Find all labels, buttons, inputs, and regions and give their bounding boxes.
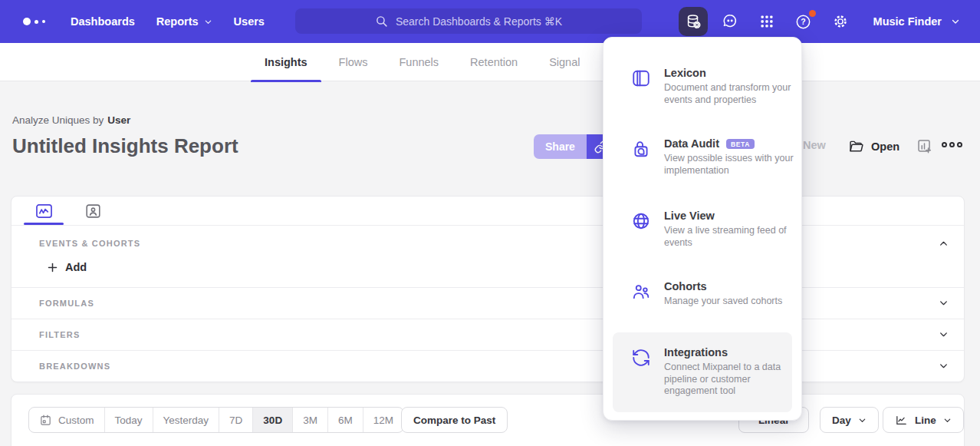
feedback-button[interactable] bbox=[715, 7, 745, 36]
range-today[interactable]: Today bbox=[104, 408, 153, 432]
nav-reports[interactable]: Reports bbox=[146, 0, 223, 43]
gear-icon bbox=[832, 13, 849, 30]
interval-label: Day bbox=[832, 415, 851, 426]
formulas-header: FORMULAS bbox=[39, 299, 94, 308]
mixpanel-logo[interactable] bbox=[23, 18, 57, 25]
open-report-button[interactable]: Open bbox=[848, 138, 899, 154]
tab-users-view[interactable] bbox=[73, 197, 113, 225]
range-7d[interactable]: 7D bbox=[219, 408, 252, 432]
apps-grid-button[interactable] bbox=[752, 7, 781, 36]
share-label: Share bbox=[545, 140, 575, 153]
data-management-button[interactable] bbox=[679, 7, 708, 36]
subtitle-prefix: Analyze Uniques by bbox=[12, 114, 104, 126]
chart-toolbar-card: Custom Today Yesterday 7D 30D 3M 6M 12M … bbox=[11, 394, 965, 446]
menu-item-live-view[interactable]: Live View View a live streaming feed of … bbox=[613, 202, 792, 256]
search-placeholder: Search Dashboards & Reports ⌘K bbox=[396, 15, 562, 28]
chevron-down-icon bbox=[204, 18, 212, 26]
tab-label: Insights bbox=[265, 56, 307, 68]
menu-item-lexicon[interactable]: Lexicon Document and transform your even… bbox=[613, 59, 792, 114]
database-gear-icon bbox=[685, 13, 702, 30]
range-custom[interactable]: Custom bbox=[29, 408, 104, 432]
add-label: Add bbox=[65, 261, 87, 273]
range-3m[interactable]: 3M bbox=[292, 408, 327, 432]
project-switcher[interactable]: Music Finder bbox=[873, 15, 960, 28]
tab-events-view[interactable] bbox=[24, 197, 64, 225]
calendar-icon bbox=[39, 414, 52, 427]
report-actions: Share New Open bbox=[0, 134, 980, 159]
nav-users-label: Users bbox=[234, 15, 265, 28]
notification-dot bbox=[809, 10, 816, 17]
compare-label: Compare to Past bbox=[413, 415, 495, 426]
tab-flows[interactable]: Flows bbox=[325, 43, 382, 81]
section-breakdowns[interactable]: BREAKDOWNS bbox=[12, 350, 964, 382]
tab-label: Retention bbox=[470, 56, 518, 68]
range-label: 7D bbox=[229, 415, 242, 426]
chart-type-select[interactable]: Line bbox=[883, 407, 964, 433]
chart-events-icon bbox=[35, 203, 53, 219]
add-to-dashboard-button[interactable] bbox=[916, 138, 932, 154]
interval-select[interactable]: Day bbox=[820, 407, 879, 433]
nav-links: Dashboards Reports Users bbox=[60, 0, 275, 43]
date-range-control: Custom Today Yesterday 7D 30D 3M 6M 12M bbox=[28, 407, 404, 433]
range-label: 3M bbox=[303, 415, 317, 426]
menu-item-cohorts[interactable]: Cohorts Manage your saved cohorts bbox=[613, 273, 792, 316]
nav-reports-label: Reports bbox=[156, 15, 199, 28]
chevron-down-icon bbox=[943, 416, 952, 425]
tab-funnels[interactable]: Funnels bbox=[385, 43, 452, 81]
range-label: Yesterday bbox=[163, 415, 209, 426]
chevron-down-icon[interactable] bbox=[939, 329, 949, 339]
menu-item-title: Cohorts bbox=[664, 280, 707, 292]
range-label: 30D bbox=[263, 415, 282, 426]
chart-type-label: Line bbox=[915, 415, 936, 426]
more-options-button[interactable] bbox=[942, 142, 962, 147]
subtitle-entity[interactable]: User bbox=[107, 114, 130, 126]
top-navbar: Dashboards Reports Users Search Dashboar… bbox=[0, 0, 980, 43]
range-label: Today bbox=[115, 415, 143, 426]
range-6m[interactable]: 6M bbox=[327, 408, 363, 432]
menu-item-description: Manage your saved cohorts bbox=[664, 296, 798, 308]
menu-item-title: Data Audit bbox=[664, 137, 719, 150]
nav-users[interactable]: Users bbox=[223, 0, 275, 43]
svg-text:?: ? bbox=[801, 17, 805, 26]
section-filters[interactable]: FILTERS bbox=[12, 319, 964, 350]
range-label: 12M bbox=[373, 415, 393, 426]
more-dot bbox=[949, 142, 955, 147]
chevron-down-icon[interactable] bbox=[939, 361, 949, 371]
range-30d[interactable]: 30D bbox=[252, 408, 292, 432]
settings-button[interactable] bbox=[826, 7, 855, 36]
menu-item-integrations[interactable]: Integrations Connect Mixpanel to a data … bbox=[613, 332, 792, 412]
more-dot bbox=[957, 142, 962, 147]
section-events-cohorts[interactable]: EVENTS & COHORTS bbox=[12, 225, 964, 262]
globe-icon bbox=[631, 211, 651, 231]
breakdowns-header: BREAKDOWNS bbox=[39, 362, 110, 371]
nav-dashboards-label: Dashboards bbox=[71, 15, 135, 28]
menu-item-description: Connect Mixpanel to a data pipeline or c… bbox=[664, 362, 798, 398]
report-subtitle: Analyze Uniques byUser bbox=[12, 114, 130, 126]
add-event-button[interactable]: Add bbox=[47, 261, 87, 273]
tab-retention[interactable]: Retention bbox=[456, 43, 531, 81]
menu-item-data-audit[interactable]: Data Audit BETA View possible issues wit… bbox=[613, 130, 792, 184]
range-12m[interactable]: 12M bbox=[363, 408, 403, 432]
filters-header: FILTERS bbox=[39, 330, 80, 339]
tab-insights[interactable]: Insights bbox=[251, 43, 321, 81]
query-builder-card: EVENTS & COHORTS Add FORMULAS FILTERS BR… bbox=[11, 196, 965, 382]
section-formulas[interactable]: FORMULAS bbox=[12, 287, 964, 319]
help-button[interactable]: ? bbox=[789, 7, 818, 36]
range-label: Custom bbox=[58, 415, 94, 426]
add-to-dashboard-icon bbox=[916, 138, 932, 154]
chat-bubble-icon bbox=[722, 13, 738, 30]
chevron-down-icon[interactable] bbox=[939, 298, 949, 308]
open-label: Open bbox=[871, 140, 899, 153]
tab-signal[interactable]: Signal bbox=[535, 43, 594, 81]
plus-icon bbox=[47, 262, 58, 273]
share-button[interactable]: Share bbox=[534, 134, 587, 159]
integrations-sync-icon bbox=[631, 348, 651, 368]
builder-view-tabs bbox=[24, 197, 113, 225]
chevron-up-icon[interactable] bbox=[939, 239, 949, 249]
beta-badge: BETA bbox=[726, 139, 755, 149]
nav-dashboards[interactable]: Dashboards bbox=[60, 0, 146, 43]
compare-to-past-button[interactable]: Compare to Past bbox=[401, 407, 508, 433]
search-input[interactable]: Search Dashboards & Reports ⌘K bbox=[295, 8, 642, 34]
range-yesterday[interactable]: Yesterday bbox=[153, 408, 219, 432]
chevron-down-icon bbox=[951, 17, 960, 26]
